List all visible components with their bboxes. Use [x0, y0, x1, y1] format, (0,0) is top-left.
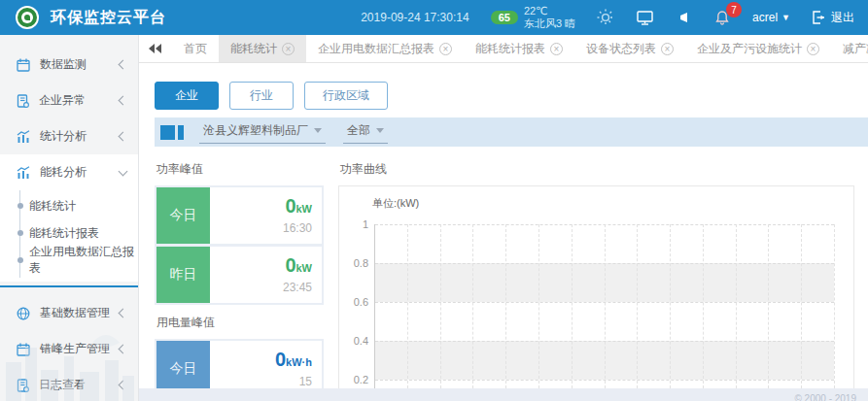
admin-region-button[interactable]: 行政区域 — [304, 82, 388, 110]
x-gridline — [505, 224, 506, 388]
decor-bar-icon — [178, 125, 184, 140]
sidebar-item-enterprise-power-summary-report[interactable]: 企业用电数据汇总报表 — [0, 247, 138, 274]
industry-button[interactable]: 行业 — [229, 82, 294, 110]
aqi-badge: 65 — [491, 11, 518, 24]
logout-icon — [812, 11, 825, 24]
calendar-icon — [17, 58, 30, 72]
caret-down-icon: ▼ — [781, 13, 790, 22]
x-gridline — [538, 224, 539, 388]
sun-icon — [597, 9, 614, 26]
sidebar-item-energy-statistics[interactable]: 能耗统计 — [0, 192, 138, 219]
notifications-bell-icon[interactable]: 7 — [713, 9, 731, 26]
monitor-icon[interactable] — [636, 9, 653, 26]
peak-time: 16:30 — [283, 221, 312, 235]
sidebar-item-enterprise-anomaly[interactable]: 企业异常 — [0, 83, 138, 118]
scope-select[interactable]: 全部 — [343, 120, 388, 144]
caret-down-icon — [376, 128, 384, 133]
tab-device-status-list[interactable]: 设备状态列表 × — [574, 35, 685, 62]
sidebar-item-statistics-analysis[interactable]: 统计分析 — [0, 118, 138, 154]
x-gridline — [834, 224, 835, 388]
energy-peak-title: 用电量峰值 — [156, 315, 324, 331]
power-peak-card-yesterday: 昨日 0kW 23:45 — [156, 247, 322, 303]
weather-text: 东北风3 晴 — [524, 17, 575, 30]
notification-count-badge[interactable]: 7 — [726, 2, 742, 17]
user-menu[interactable]: acrel ▼ — [752, 11, 790, 24]
speaker-icon[interactable] — [675, 9, 692, 26]
peak-panel: 功率峰值 今日 0kW 16:30 昨日 — [155, 159, 324, 399]
username: acrel — [752, 11, 778, 24]
content-area: 企业 行业 行政区域 沧县义辉塑料制品厂 全部 功率峰值 — [139, 63, 868, 401]
y-tick-label: 0.4 — [354, 335, 368, 347]
close-icon[interactable]: × — [807, 43, 819, 55]
close-icon[interactable]: × — [439, 43, 452, 55]
chevron-down-icon — [119, 166, 128, 176]
logout-label: 退出 — [831, 10, 854, 26]
temperature: 22℃ — [524, 5, 575, 17]
power-curve-title: 功率曲线 — [340, 161, 868, 178]
x-gridline — [407, 224, 408, 388]
x-gridline — [801, 224, 802, 388]
y-tick-label: 0.2 — [354, 374, 368, 385]
app-title: 环保监控云平台 — [51, 8, 166, 28]
company-select[interactable]: 沧县义辉塑料制品厂 — [199, 120, 326, 144]
x-gridline — [670, 224, 671, 388]
tab-energy-statistics[interactable]: 能耗统计 × — [219, 35, 306, 62]
tab-enterprise-power-summary-report[interactable]: 企业用电数据汇总报表 × — [306, 35, 464, 62]
peak-time: 15 — [299, 375, 312, 388]
x-gridline — [703, 224, 704, 388]
period-label: 今日 — [156, 187, 210, 244]
y-tick-label: 0.8 — [354, 257, 368, 269]
x-gridline — [440, 224, 441, 388]
chart-icon — [17, 130, 30, 143]
enterprise-button[interactable]: 企业 — [155, 82, 219, 110]
x-gridline — [572, 224, 573, 388]
city-skyline-watermark — [0, 314, 139, 401]
chart-icon — [17, 166, 30, 179]
close-icon[interactable]: × — [661, 43, 674, 55]
peak-time: 23:45 — [283, 281, 312, 294]
chart-unit-label: 单位:(kW) — [372, 196, 853, 211]
footer-strip: © 2000 - 2019 — [139, 388, 868, 401]
x-gridline — [768, 224, 769, 388]
sidebar-group-energy-analysis: 能耗分析 能耗统计 能耗统计报表 企业用电数据汇总报表 — [0, 154, 138, 282]
x-gridline — [472, 224, 473, 388]
power-peak-title: 功率峰值 — [156, 161, 324, 178]
chart-y-axis: 10.80.60.40.2 — [339, 224, 374, 388]
chevron-left-icon — [119, 96, 128, 106]
tab-home[interactable]: 首页 — [172, 35, 219, 62]
close-icon[interactable]: × — [282, 43, 295, 55]
power-curve-panel: 功率曲线 单位:(kW) 10.80.60.40.2 — [338, 159, 868, 399]
logout-button[interactable]: 退出 — [812, 10, 854, 26]
sidebar-item-data-monitoring[interactable]: 数据监测 — [0, 47, 138, 83]
datetime: 2019-09-24 17:30:14 — [361, 11, 469, 24]
chevron-left-icon — [119, 60, 128, 70]
app-logo-icon — [16, 6, 39, 29]
top-header: 环保监控云平台 2019-09-24 17:30:14 65 22℃ 东北风3 … — [0, 0, 868, 35]
x-gridline — [736, 224, 737, 388]
power-peak-card-today: 今日 0kW 16:30 — [156, 187, 322, 244]
tab-energy-statistics-report[interactable]: 能耗统计报表 × — [464, 35, 574, 62]
caret-down-icon — [314, 128, 322, 133]
x-gridline — [605, 224, 606, 388]
tab-bar: 首页 能耗统计 × 企业用电数据汇总报表 × 能耗统计报表 × 设备状态列表 ×… — [139, 35, 868, 63]
sidebar-item-energy-statistics-report[interactable]: 能耗统计报表 — [0, 219, 138, 247]
y-tick-label: 0.6 — [354, 296, 368, 308]
y-tick-label: 1 — [363, 218, 368, 230]
decor-square-icon — [160, 125, 175, 140]
power-curve-chart: 单位:(kW) 10.80.60.40.2 — [338, 185, 854, 391]
sidebar-nav: 数据监测 企业异常 统计分析 — [0, 35, 139, 401]
chart-grid — [374, 224, 834, 388]
x-gridline — [637, 224, 638, 388]
tab-reduction-analysis[interactable]: 减产减排分析 × — [831, 35, 868, 62]
close-icon[interactable]: × — [550, 43, 563, 55]
period-label: 昨日 — [156, 247, 210, 303]
chevron-left-icon — [119, 132, 128, 142]
filter-bar: 沧县义辉塑料制品厂 全部 — [155, 117, 868, 147]
tabs-scroll-left-icon[interactable] — [139, 35, 172, 62]
weather-widget: 65 22℃ 东北风3 晴 — [491, 5, 575, 30]
sidebar-divider — [0, 285, 138, 287]
sidebar-item-energy-analysis[interactable]: 能耗分析 — [0, 154, 138, 190]
tab-enterprise-pollution-facility-stats[interactable]: 企业及产污设施统计 × — [685, 35, 831, 62]
copyright-text: © 2000 - 2019 — [794, 393, 856, 401]
document-icon — [17, 94, 29, 108]
